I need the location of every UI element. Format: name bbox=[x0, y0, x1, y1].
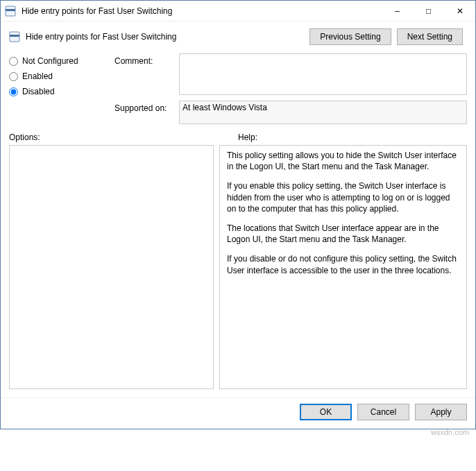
dialog-window: Hide entry points for Fast User Switchin… bbox=[0, 0, 476, 429]
radio-input-not-configured[interactable] bbox=[9, 57, 18, 66]
titlebar: Hide entry points for Fast User Switchin… bbox=[1, 1, 475, 22]
watermark: wsxdn.com bbox=[0, 428, 476, 436]
minimize-button[interactable]: – bbox=[382, 1, 413, 21]
ok-button[interactable]: OK bbox=[300, 404, 352, 420]
next-setting-button[interactable]: Next Setting bbox=[397, 28, 463, 45]
footer: OK Cancel Apply bbox=[1, 397, 475, 429]
previous-setting-button[interactable]: Previous Setting bbox=[309, 28, 391, 45]
svg-rect-1 bbox=[6, 9, 15, 11]
radio-input-disabled[interactable] bbox=[9, 87, 18, 96]
policy-icon bbox=[5, 6, 16, 17]
comment-input[interactable] bbox=[179, 53, 467, 95]
cancel-button[interactable]: Cancel bbox=[357, 404, 409, 420]
svg-rect-3 bbox=[10, 35, 19, 37]
help-text: If you disable or do not configure this … bbox=[227, 253, 459, 275]
apply-button[interactable]: Apply bbox=[415, 404, 467, 420]
radio-enabled[interactable]: Enabled bbox=[9, 71, 106, 81]
help-text: This policy setting allows you to hide t… bbox=[227, 150, 459, 172]
comment-label: Comment: bbox=[114, 53, 173, 95]
radio-not-configured[interactable]: Not Configured bbox=[9, 56, 106, 66]
header: Hide entry points for Fast User Switchin… bbox=[1, 22, 475, 48]
close-button[interactable]: ✕ bbox=[444, 1, 475, 21]
help-text: If you enable this policy setting, the S… bbox=[227, 180, 459, 214]
state-radio-group: Not Configured Enabled Disabled bbox=[9, 53, 106, 124]
supported-label: Supported on: bbox=[114, 101, 173, 124]
help-panel: This policy setting allows you to hide t… bbox=[219, 145, 467, 389]
radio-input-enabled[interactable] bbox=[9, 72, 18, 81]
help-text: The locations that Switch User interface… bbox=[227, 223, 459, 245]
radio-disabled[interactable]: Disabled bbox=[9, 87, 106, 96]
policy-icon bbox=[9, 31, 20, 42]
supported-on-field bbox=[179, 101, 467, 124]
policy-title: Hide entry points for Fast User Switchin… bbox=[26, 32, 309, 42]
options-label: Options: bbox=[9, 132, 238, 142]
maximize-button[interactable]: □ bbox=[413, 1, 444, 21]
help-label: Help: bbox=[238, 132, 257, 142]
window-title: Hide entry points for Fast User Switchin… bbox=[20, 6, 382, 16]
options-panel bbox=[9, 145, 214, 389]
